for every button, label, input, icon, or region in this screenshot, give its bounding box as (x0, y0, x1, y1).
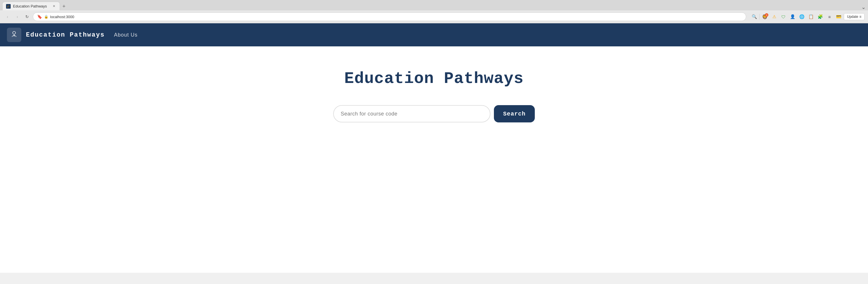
reload-icon: ↻ (25, 14, 29, 19)
translate-icon[interactable]: 🌐 (798, 13, 806, 21)
tab-overflow-button[interactable]: ⌄ (861, 4, 866, 10)
browser-wallet-icon[interactable]: 💳 (835, 13, 843, 21)
browser-chrome: 🎓 Education Pathways ✕ + ⌄ ‹ › ↻ 🔖 🔒 loc… (0, 0, 868, 23)
forward-icon: › (17, 14, 18, 19)
tab-title: Education Pathways (13, 4, 47, 8)
search-button[interactable]: Search (494, 105, 535, 122)
tab-bar: 🎓 Education Pathways ✕ + ⌄ (0, 0, 868, 10)
forward-button[interactable]: › (13, 13, 21, 21)
tab-close-button[interactable]: ✕ (52, 4, 56, 9)
hero-title: Education Pathways (344, 69, 524, 88)
logo-text: Education Pathways (26, 31, 105, 39)
media-router-icon[interactable]: ≡ (826, 13, 833, 21)
toolbar-divider (760, 14, 760, 20)
security-icon: 🔒 (44, 15, 49, 19)
search-toolbar-icon[interactable]: 🔍 (750, 13, 758, 21)
nav-links: About Us (114, 32, 138, 38)
active-tab[interactable]: 🎓 Education Pathways ✕ (2, 2, 60, 10)
search-button-label: Search (503, 111, 526, 117)
update-menu-icon: ≡ (859, 15, 861, 19)
back-button[interactable]: ‹ (3, 13, 11, 21)
extensions-icon[interactable]: 🧩 (816, 13, 824, 21)
nav-bar: ‹ › ↻ 🔖 🔒 localhost:3000 🔍 🦁 8 ⚠ 🛡 👤 🌐 📋 (0, 10, 868, 23)
site-navigation: Education Pathways About Us (0, 23, 868, 46)
logo-icon (7, 28, 21, 42)
new-tab-button[interactable]: + (60, 2, 68, 10)
update-button[interactable]: Update ≡ (844, 13, 865, 20)
svg-point-0 (13, 31, 16, 34)
tab-favicon: 🎓 (6, 4, 11, 9)
bookmark-icon: 🔖 (37, 14, 42, 20)
update-label: Update (847, 15, 858, 19)
hero-section: Education Pathways Search (0, 46, 868, 140)
address-bar[interactable]: 🔖 🔒 localhost:3000 (33, 12, 746, 21)
brave-alert-icon[interactable]: ⚠ (770, 13, 778, 21)
svg-point-2 (13, 35, 15, 36)
address-text: localhost:3000 (50, 15, 74, 19)
brave-badge-count: 8 (765, 13, 768, 17)
nav-link-about[interactable]: About Us (114, 32, 138, 38)
course-search-input[interactable] (333, 105, 491, 122)
back-icon: ‹ (7, 14, 8, 19)
wallet-icon[interactable]: 📋 (807, 13, 815, 21)
toolbar-icons: 🔍 🦁 8 ⚠ 🛡 👤 🌐 📋 🧩 ≡ 💳 Update ≡ (750, 13, 865, 21)
search-container: Search (333, 105, 535, 122)
reload-button[interactable]: ↻ (23, 13, 31, 21)
website-content: Education Pathways About Us Education Pa… (0, 23, 868, 273)
brave-shield-icon[interactable]: 🦁 8 (761, 13, 769, 21)
site-logo[interactable]: Education Pathways (7, 28, 105, 42)
sync-icon[interactable]: 👤 (788, 13, 797, 21)
vpn-icon[interactable]: 🛡 (779, 13, 787, 21)
